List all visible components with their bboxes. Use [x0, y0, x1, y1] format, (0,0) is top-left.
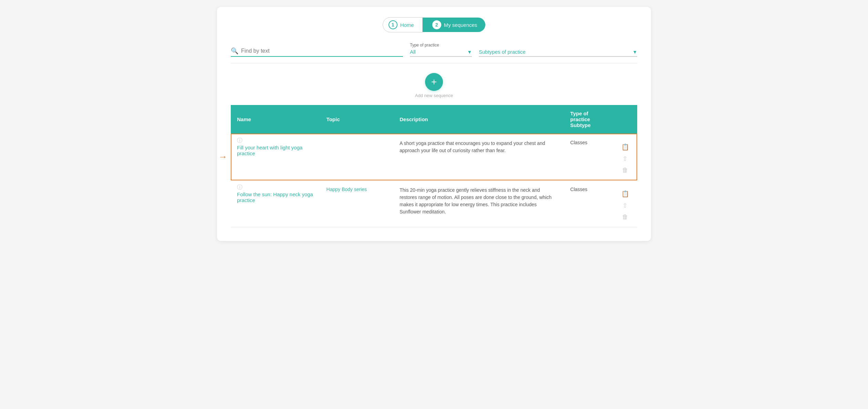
- row-2-delete-icon[interactable]: 🗑: [622, 213, 628, 221]
- row-2-name-link[interactable]: Follow the sun: Happy neck yoga practice: [237, 191, 313, 203]
- subtypes-dropdown-group: Subtypes of practice ▼: [479, 48, 637, 57]
- row-1-delete-icon[interactable]: 🗑: [622, 167, 628, 174]
- row-2-actions-cell: 📋 ⇧ 🗑: [613, 180, 637, 227]
- subtypes-placeholder: Subtypes of practice: [479, 49, 526, 55]
- row-2-share-icon[interactable]: ⇧: [622, 202, 628, 209]
- row-2-type: Classes: [570, 187, 588, 192]
- col-header-description: Description: [393, 105, 564, 134]
- type-chevron-icon: ▼: [467, 49, 472, 55]
- breadcrumb-my-sequences[interactable]: 2 My sequences: [423, 18, 486, 32]
- row-1-action-buttons: 📋 ⇧ 🗑: [619, 140, 631, 174]
- row-1-topic-cell: [320, 134, 393, 180]
- home-step-num: 1: [389, 20, 397, 29]
- col-header-actions: [613, 105, 637, 134]
- page-container: 1 Home 2 My sequences 🔍 Type of practice…: [217, 7, 651, 241]
- type-of-practice-select[interactable]: All ▼: [410, 49, 472, 57]
- row-1-copy-icon[interactable]: 📋: [621, 143, 629, 151]
- add-sequence-area: + Add new sequence: [231, 73, 637, 98]
- table-row: ⓘ Follow the sun: Happy neck yoga practi…: [231, 180, 637, 227]
- breadcrumb-nav: 1 Home 2 My sequences: [231, 17, 637, 32]
- breadcrumb-home[interactable]: 1 Home: [383, 17, 423, 32]
- row-1-description-cell: A short yoga practice that encourages yo…: [393, 134, 564, 180]
- row-1-type: Classes: [570, 140, 588, 145]
- sequences-table: Name Topic Description Type of practiceS…: [231, 105, 637, 227]
- row-1-arrow-icon: →: [218, 151, 227, 162]
- row-1-share-icon[interactable]: ⇧: [622, 155, 628, 162]
- col-header-topic: Topic: [320, 105, 393, 134]
- row-1-description: A short yoga practice that encourages yo…: [400, 140, 545, 153]
- row-1-name-cell: ⓘ → Fill your heart with light yoga prac…: [231, 134, 320, 180]
- add-icon: +: [431, 76, 437, 87]
- table-row: ⓘ → Fill your heart with light yoga prac…: [231, 134, 637, 180]
- col-header-type: Type of practiceSubtype: [564, 105, 613, 134]
- row-2-type-cell: Classes: [564, 180, 613, 227]
- row-1-actions-cell: 📋 ⇧ 🗑: [613, 134, 637, 180]
- row-2-description: This 20-min yoga practice gently relieve…: [400, 187, 551, 214]
- search-group: 🔍: [231, 47, 403, 57]
- add-sequence-button[interactable]: +: [425, 73, 443, 91]
- row-1-info-icon[interactable]: ⓘ: [237, 137, 242, 144]
- search-icon: 🔍: [231, 47, 238, 55]
- type-label: Type of practice: [410, 43, 472, 48]
- home-label: Home: [400, 22, 414, 28]
- row-2-topic-cell: Happy Body series: [320, 180, 393, 227]
- col-header-name: Name: [231, 105, 320, 134]
- search-input[interactable]: [241, 48, 403, 54]
- table-wrapper: Name Topic Description Type of practiceS…: [231, 105, 637, 227]
- type-value: All: [410, 49, 416, 55]
- subtypes-chevron-icon: ▼: [632, 49, 637, 55]
- row-1-type-cell: Classes: [564, 134, 613, 180]
- row-2-name-cell: ⓘ Follow the sun: Happy neck yoga practi…: [231, 180, 320, 227]
- subtypes-select[interactable]: Subtypes of practice ▼: [479, 49, 637, 57]
- filter-row: 🔍 Type of practice All ▼ Subtypes of pra…: [231, 43, 637, 63]
- row-2-action-buttons: 📋 ⇧ 🗑: [619, 187, 631, 221]
- sequences-label: My sequences: [444, 22, 477, 28]
- row-2-copy-icon[interactable]: 📋: [621, 190, 629, 198]
- type-of-practice-dropdown-group: Type of practice All ▼: [410, 43, 472, 57]
- add-sequence-label: Add new sequence: [415, 93, 453, 98]
- row-1-name-link[interactable]: Fill your heart with light yoga practice: [237, 145, 302, 156]
- row-2-topic: Happy Body series: [327, 187, 367, 192]
- row-2-info-icon[interactable]: ⓘ: [237, 184, 242, 191]
- row-2-description-cell: This 20-min yoga practice gently relieve…: [393, 180, 564, 227]
- table-header-row: Name Topic Description Type of practiceS…: [231, 105, 637, 134]
- sequences-step-num: 2: [432, 20, 441, 29]
